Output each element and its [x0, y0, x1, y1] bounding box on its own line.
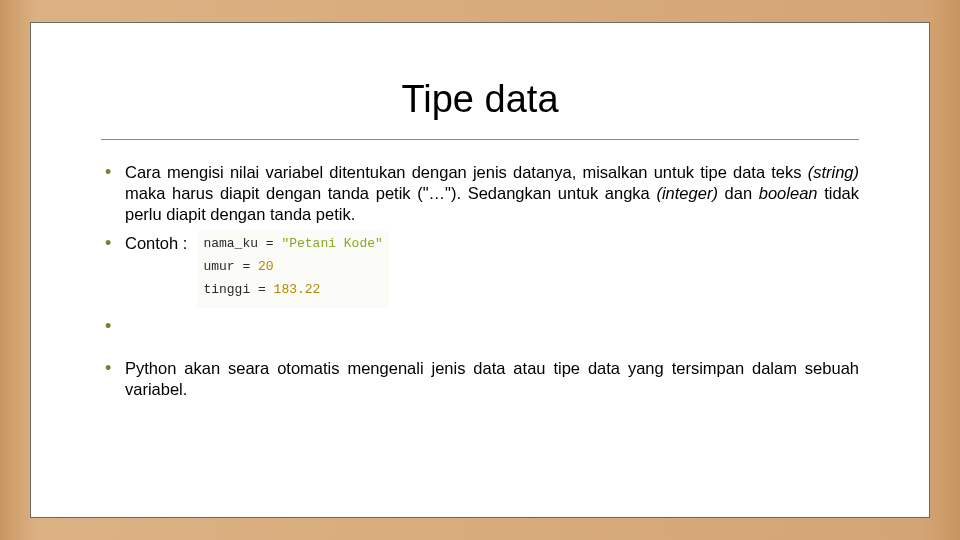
code-var-1: nama_ku — [203, 236, 258, 251]
title-divider — [101, 139, 859, 140]
code-var-3: tinggi — [203, 282, 250, 297]
code-val-3: 183.22 — [274, 282, 321, 297]
bullet-item-3: Python akan seara otomatis mengenali jen… — [101, 358, 859, 400]
code-op-2: = — [235, 259, 258, 274]
bullet-1-text-b: maka harus diapit dengan tanda petik ("…… — [125, 184, 656, 202]
bullet-1-italic-integer: (integer) — [656, 184, 717, 202]
bullet-list: Cara mengisi nilai variabel ditentukan d… — [101, 162, 859, 400]
slide-container: Tipe data Cara mengisi nilai variabel di… — [30, 22, 930, 518]
code-val-2: 20 — [258, 259, 274, 274]
bullet-item-2: Contoh : nama_ku = "Petani Kode" umur = … — [101, 233, 859, 307]
code-example: nama_ku = "Petani Kode" umur = 20 tinggi… — [197, 231, 388, 307]
bullet-1-italic-string: (string) — [808, 163, 859, 181]
bullet-1-italic-boolean: boolean — [759, 184, 818, 202]
code-val-1: "Petani Kode" — [281, 236, 382, 251]
code-line-1: nama_ku = "Petani Kode" — [203, 233, 382, 256]
code-line-3: tinggi = 183.22 — [203, 279, 382, 302]
spacer — [101, 316, 859, 350]
bullet-3-text: Python akan seara otomatis mengenali jen… — [125, 359, 859, 398]
bullet-1-text-a: Cara mengisi nilai variabel ditentukan d… — [125, 163, 808, 181]
code-line-2: umur = 20 — [203, 256, 382, 279]
bullet-1-text-c: dan — [718, 184, 759, 202]
example-row: Contoh : nama_ku = "Petani Kode" umur = … — [125, 233, 859, 307]
code-op-1: = — [258, 236, 281, 251]
bullet-2-label: Contoh : — [125, 233, 187, 254]
bullet-item-1: Cara mengisi nilai variabel ditentukan d… — [101, 162, 859, 225]
slide-title: Tipe data — [101, 78, 859, 121]
code-op-3: = — [250, 282, 273, 297]
code-var-2: umur — [203, 259, 234, 274]
